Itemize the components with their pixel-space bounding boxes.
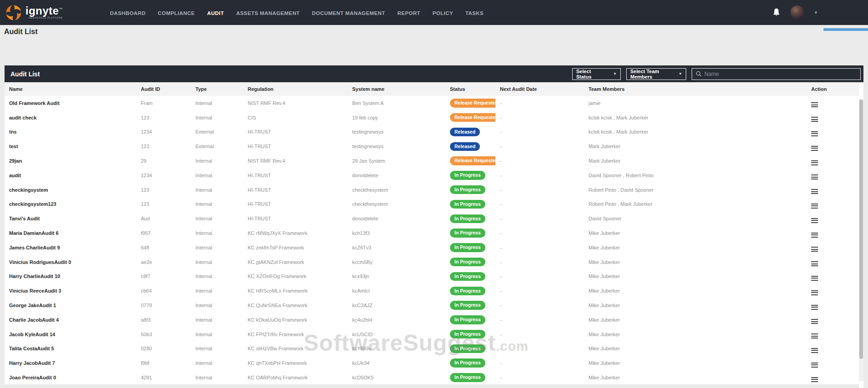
- row-actions-menu-icon[interactable]: [811, 290, 818, 295]
- name-search-input[interactable]: [704, 71, 857, 77]
- nav-item-assets-management[interactable]: ASSETS MANAGEMENT: [236, 10, 300, 16]
- row-actions-menu-icon[interactable]: [811, 377, 818, 382]
- row-actions-menu-icon[interactable]: [811, 146, 818, 151]
- audit-name-cell: James CharlieAudit 9: [5, 240, 136, 255]
- regulation-cell: KC HRScoMLx Framework: [243, 284, 348, 298]
- top-navbar: ignyte™ ASSURANCE PLATFORM DASHBOARD COM…: [0, 0, 868, 25]
- row-actions-menu-icon[interactable]: [811, 189, 818, 194]
- team-members-cell: Mike Juberker: [584, 269, 807, 284]
- audit-table: Name Audit ID Type Regulation System nam…: [5, 82, 859, 385]
- row-actions-menu-icon[interactable]: [811, 305, 818, 310]
- action-cell: [807, 110, 859, 125]
- next-audit-date-cell: -: [495, 327, 584, 342]
- row-actions-menu-icon[interactable]: [811, 117, 818, 122]
- audit-name-cell: Talita CostaAudit 5: [5, 342, 136, 356]
- action-cell: [807, 240, 859, 255]
- type-cell: External: [191, 125, 243, 139]
- status-cell: In Progress: [445, 255, 495, 269]
- next-audit-date-cell: -: [495, 211, 584, 226]
- table-row: Joao PereiraAudit 04281InternalKC OARPob…: [5, 370, 859, 385]
- team-members-cell: kclsk kcisk , Mark Juberker: [584, 110, 807, 125]
- system-name-cell: Ben System A: [348, 96, 445, 110]
- type-cell: Internal: [191, 211, 243, 226]
- row-actions-menu-icon[interactable]: [811, 102, 818, 107]
- nav-item-policy[interactable]: POLICY: [433, 10, 453, 16]
- nav-item-compliance[interactable]: COMPLIANCE: [158, 10, 195, 16]
- notifications-bell-icon[interactable]: [773, 8, 780, 17]
- nav-item-report[interactable]: REPORT: [397, 10, 420, 16]
- row-actions-menu-icon[interactable]: [811, 204, 818, 209]
- team-members-cell: David Spooner , Robert Pinto: [584, 168, 807, 183]
- select-team-members-dropdown[interactable]: Select Team Members ▼: [626, 68, 686, 80]
- audit-id-cell: 64ff: [136, 240, 191, 255]
- row-actions-menu-icon[interactable]: [811, 218, 818, 223]
- system-name-cell: checkthesystem: [348, 183, 445, 197]
- row-actions-menu-icon[interactable]: [811, 233, 818, 238]
- action-cell: [807, 226, 859, 240]
- nav-item-dashboard[interactable]: DASHBOARD: [110, 10, 145, 16]
- regulation-cell: KC QuNrSNEa Framework: [243, 298, 348, 313]
- audit-name-cell: Joao PereiraAudit 0: [5, 370, 136, 385]
- row-actions-menu-icon[interactable]: [811, 247, 818, 252]
- next-audit-date-cell: -: [495, 96, 584, 110]
- system-name-cell: testingnewsys: [348, 139, 445, 154]
- regulation-cell: HI-TRUST: [243, 139, 348, 154]
- col-header-audit-id: Audit ID: [136, 82, 191, 96]
- row-actions-menu-icon[interactable]: [811, 131, 818, 136]
- table-vertical-scrollbar[interactable]: [859, 99, 863, 381]
- row-actions-menu-icon[interactable]: [811, 261, 818, 266]
- scrollbar-thumb[interactable]: [859, 99, 863, 359]
- action-cell: [807, 269, 859, 284]
- type-cell: Internal: [191, 197, 243, 212]
- table-row: Harry CharlieAudit 10c8f7InternalKC XZOx…: [5, 269, 859, 284]
- regulation-cell: HI-TRUST: [243, 125, 348, 139]
- nav-item-document-management[interactable]: DOCUMENT MANAGEMENT: [312, 10, 385, 16]
- audit-name-cell: Harry JacobAudit 7: [5, 356, 136, 370]
- row-actions-menu-icon[interactable]: [811, 363, 818, 368]
- row-actions-menu-icon[interactable]: [811, 276, 818, 281]
- status-badge: In Progress: [450, 315, 485, 324]
- row-actions-menu-icon[interactable]: [811, 348, 818, 353]
- dropdown-arrow-icon: ▼: [678, 72, 682, 76]
- action-cell: [807, 327, 859, 342]
- next-audit-date-cell: -: [495, 342, 584, 356]
- audit-id-cell: 123: [136, 110, 191, 125]
- table-row: 29jan29InternalNIST RMF Rev.429 Jan Syst…: [5, 154, 859, 168]
- card-title: Audit List: [10, 70, 40, 78]
- row-actions-menu-icon[interactable]: [811, 174, 818, 179]
- chevron-down-icon[interactable]: ▾: [814, 10, 817, 15]
- col-header-name: Name: [5, 82, 136, 96]
- regulation-cell: HI-TRUST: [243, 197, 348, 212]
- status-badge: Release Requested: [450, 99, 495, 108]
- team-members-cell: Mark Juberker: [584, 139, 807, 154]
- regulation-cell: KC sliHzVBw Framework: [243, 342, 348, 356]
- regulation-cell: KC OARPobhq Framework: [243, 370, 348, 385]
- action-cell: [807, 284, 859, 298]
- audit-id-cell: 29: [136, 154, 191, 168]
- brand-logo[interactable]: ignyte™ ASSURANCE PLATFORM: [5, 5, 85, 21]
- select-status-dropdown[interactable]: Select Status ▼: [572, 68, 621, 80]
- audit-table-body: Old Framework AuditFramInternalNIST RMF …: [5, 96, 859, 385]
- row-actions-menu-icon[interactable]: [811, 333, 818, 338]
- system-name-cell: kcAmtcl: [348, 284, 445, 298]
- table-row: audit1234InternalHI-TRUSTdonotdeleteIn P…: [5, 168, 859, 183]
- card-header: Audit List Select Status ▼ Select Team M…: [5, 65, 863, 82]
- audit-name-cell: checkingsystem123: [5, 197, 136, 212]
- col-header-regulation: Regulation: [243, 82, 348, 96]
- team-members-cell: Mike Juberker: [584, 226, 807, 240]
- nav-item-tasks[interactable]: TASKS: [465, 10, 484, 16]
- table-horizontal-scrollbar[interactable]: [5, 384, 859, 388]
- action-cell: [807, 197, 859, 212]
- status-cell: In Progress: [445, 183, 495, 197]
- audit-name-cell: audit check: [5, 110, 136, 125]
- horizontal-scrollbar-thumb[interactable]: [823, 28, 868, 31]
- search-icon: [696, 71, 702, 77]
- nav-item-audit[interactable]: AUDIT: [207, 10, 224, 16]
- status-cell: In Progress: [445, 240, 495, 255]
- row-actions-menu-icon[interactable]: [811, 319, 818, 324]
- system-name-cell: 29 Jan System: [348, 154, 445, 168]
- user-avatar[interactable]: [790, 5, 804, 20]
- table-row: Harry JacobAudit 7f9bfInternalKC qhTXebP…: [5, 356, 859, 370]
- audit-id-cell: 123: [136, 197, 191, 212]
- row-actions-menu-icon[interactable]: [811, 160, 818, 165]
